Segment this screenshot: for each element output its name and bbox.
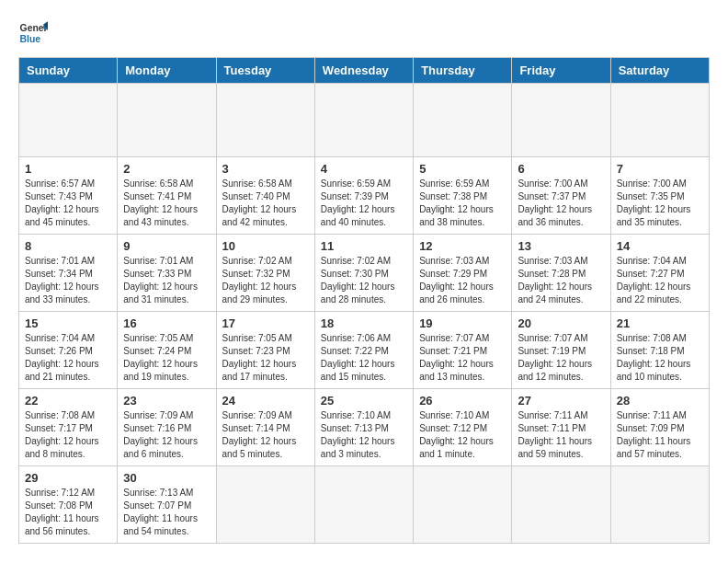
day-number: 2 xyxy=(123,162,210,176)
day-number: 17 xyxy=(222,316,309,330)
calendar-cell: 30Sunrise: 7:13 AMSunset: 7:07 PMDayligh… xyxy=(118,466,216,544)
day-number: 27 xyxy=(518,394,604,408)
day-number: 7 xyxy=(617,162,703,176)
day-info: Sunrise: 7:11 AMSunset: 7:11 PMDaylight:… xyxy=(518,409,604,461)
calendar-week-row: 8Sunrise: 7:01 AMSunset: 7:34 PMDaylight… xyxy=(19,235,710,312)
calendar-cell xyxy=(512,84,610,157)
day-number: 12 xyxy=(419,239,506,253)
calendar-cell xyxy=(610,466,709,544)
calendar-cell xyxy=(314,466,413,544)
day-number: 30 xyxy=(123,471,210,485)
day-number: 6 xyxy=(518,162,604,176)
calendar-cell: 2Sunrise: 6:58 AMSunset: 7:41 PMDaylight… xyxy=(118,157,216,235)
calendar-cell: 29Sunrise: 7:12 AMSunset: 7:08 PMDayligh… xyxy=(19,466,118,544)
day-number: 9 xyxy=(123,239,210,253)
header-monday: Monday xyxy=(118,58,216,84)
calendar-cell: 1Sunrise: 6:57 AMSunset: 7:43 PMDaylight… xyxy=(19,157,118,235)
day-number: 21 xyxy=(617,316,703,330)
calendar-cell: 26Sunrise: 7:10 AMSunset: 7:12 PMDayligh… xyxy=(414,389,512,466)
header-tuesday: Tuesday xyxy=(216,58,314,84)
day-info: Sunrise: 7:02 AMSunset: 7:30 PMDaylight:… xyxy=(321,255,407,306)
day-info: Sunrise: 6:58 AMSunset: 7:40 PMDaylight:… xyxy=(222,178,309,229)
day-number: 14 xyxy=(617,239,703,253)
header-wednesday: Wednesday xyxy=(314,58,413,84)
calendar-cell xyxy=(512,466,610,544)
header-sunday: Sunday xyxy=(19,58,118,84)
calendar-cell: 5Sunrise: 6:59 AMSunset: 7:38 PMDaylight… xyxy=(414,157,512,235)
calendar-cell: 7Sunrise: 7:00 AMSunset: 7:35 PMDaylight… xyxy=(610,157,709,235)
logo: General Blue xyxy=(18,18,48,48)
day-info: Sunrise: 7:13 AMSunset: 7:07 PMDaylight:… xyxy=(123,487,210,538)
day-number: 11 xyxy=(321,239,407,253)
day-info: Sunrise: 7:07 AMSunset: 7:19 PMDaylight:… xyxy=(518,332,604,384)
calendar-cell xyxy=(118,84,216,157)
day-number: 22 xyxy=(25,394,111,408)
day-number: 23 xyxy=(123,394,210,408)
day-info: Sunrise: 6:59 AMSunset: 7:38 PMDaylight:… xyxy=(419,178,506,229)
calendar-cell: 11Sunrise: 7:02 AMSunset: 7:30 PMDayligh… xyxy=(314,235,413,312)
day-info: Sunrise: 7:05 AMSunset: 7:24 PMDaylight:… xyxy=(123,332,210,384)
day-number: 25 xyxy=(321,394,407,408)
day-number: 13 xyxy=(518,239,604,253)
page-header: General Blue xyxy=(18,18,710,48)
day-number: 28 xyxy=(617,394,703,408)
calendar-week-row: 29Sunrise: 7:12 AMSunset: 7:08 PMDayligh… xyxy=(19,466,710,544)
calendar-cell: 24Sunrise: 7:09 AMSunset: 7:14 PMDayligh… xyxy=(216,389,314,466)
day-info: Sunrise: 7:03 AMSunset: 7:29 PMDaylight:… xyxy=(419,255,506,306)
day-info: Sunrise: 7:03 AMSunset: 7:28 PMDaylight:… xyxy=(518,255,604,306)
day-info: Sunrise: 7:02 AMSunset: 7:32 PMDaylight:… xyxy=(222,255,309,306)
day-info: Sunrise: 7:00 AMSunset: 7:35 PMDaylight:… xyxy=(617,178,703,229)
calendar-cell: 17Sunrise: 7:05 AMSunset: 7:23 PMDayligh… xyxy=(216,312,314,389)
day-info: Sunrise: 7:01 AMSunset: 7:33 PMDaylight:… xyxy=(123,255,210,306)
calendar-cell: 12Sunrise: 7:03 AMSunset: 7:29 PMDayligh… xyxy=(414,235,512,312)
calendar-cell xyxy=(216,466,314,544)
calendar-cell xyxy=(314,84,413,157)
header-thursday: Thursday xyxy=(414,58,512,84)
calendar-cell: 10Sunrise: 7:02 AMSunset: 7:32 PMDayligh… xyxy=(216,235,314,312)
day-info: Sunrise: 6:59 AMSunset: 7:39 PMDaylight:… xyxy=(321,178,407,229)
calendar-week-row: 1Sunrise: 6:57 AMSunset: 7:43 PMDaylight… xyxy=(19,157,710,235)
header-saturday: Saturday xyxy=(610,58,709,84)
day-number: 16 xyxy=(123,316,210,330)
day-info: Sunrise: 7:06 AMSunset: 7:22 PMDaylight:… xyxy=(321,332,407,384)
day-number: 26 xyxy=(419,394,506,408)
day-info: Sunrise: 7:01 AMSunset: 7:34 PMDaylight:… xyxy=(25,255,111,306)
day-info: Sunrise: 7:00 AMSunset: 7:37 PMDaylight:… xyxy=(518,178,604,229)
calendar-table: SundayMondayTuesdayWednesdayThursdayFrid… xyxy=(18,57,710,544)
day-info: Sunrise: 7:10 AMSunset: 7:12 PMDaylight:… xyxy=(419,409,506,461)
day-number: 5 xyxy=(419,162,506,176)
day-info: Sunrise: 6:58 AMSunset: 7:41 PMDaylight:… xyxy=(123,178,210,229)
logo-icon: General Blue xyxy=(18,18,48,48)
calendar-cell xyxy=(414,466,512,544)
calendar-cell: 4Sunrise: 6:59 AMSunset: 7:39 PMDaylight… xyxy=(314,157,413,235)
day-info: Sunrise: 7:09 AMSunset: 7:14 PMDaylight:… xyxy=(222,409,309,461)
calendar-cell: 15Sunrise: 7:04 AMSunset: 7:26 PMDayligh… xyxy=(19,312,118,389)
day-number: 10 xyxy=(222,239,309,253)
day-number: 24 xyxy=(222,394,309,408)
calendar-cell: 8Sunrise: 7:01 AMSunset: 7:34 PMDaylight… xyxy=(19,235,118,312)
calendar-cell: 25Sunrise: 7:10 AMSunset: 7:13 PMDayligh… xyxy=(314,389,413,466)
day-info: Sunrise: 6:57 AMSunset: 7:43 PMDaylight:… xyxy=(25,178,111,229)
day-info: Sunrise: 7:09 AMSunset: 7:16 PMDaylight:… xyxy=(123,409,210,461)
day-number: 29 xyxy=(25,471,111,485)
day-number: 3 xyxy=(222,162,309,176)
calendar-cell: 22Sunrise: 7:08 AMSunset: 7:17 PMDayligh… xyxy=(19,389,118,466)
calendar-header-row: SundayMondayTuesdayWednesdayThursdayFrid… xyxy=(19,58,710,84)
day-info: Sunrise: 7:11 AMSunset: 7:09 PMDaylight:… xyxy=(617,409,703,461)
day-info: Sunrise: 7:12 AMSunset: 7:08 PMDaylight:… xyxy=(25,487,111,538)
calendar-cell: 27Sunrise: 7:11 AMSunset: 7:11 PMDayligh… xyxy=(512,389,610,466)
calendar-cell: 23Sunrise: 7:09 AMSunset: 7:16 PMDayligh… xyxy=(118,389,216,466)
calendar-cell: 18Sunrise: 7:06 AMSunset: 7:22 PMDayligh… xyxy=(314,312,413,389)
day-number: 1 xyxy=(25,162,111,176)
day-number: 18 xyxy=(321,316,407,330)
day-number: 20 xyxy=(518,316,604,330)
calendar-cell: 6Sunrise: 7:00 AMSunset: 7:37 PMDaylight… xyxy=(512,157,610,235)
calendar-cell: 16Sunrise: 7:05 AMSunset: 7:24 PMDayligh… xyxy=(118,312,216,389)
day-number: 19 xyxy=(419,316,506,330)
day-info: Sunrise: 7:05 AMSunset: 7:23 PMDaylight:… xyxy=(222,332,309,384)
calendar-cell xyxy=(216,84,314,157)
calendar-cell: 13Sunrise: 7:03 AMSunset: 7:28 PMDayligh… xyxy=(512,235,610,312)
day-info: Sunrise: 7:08 AMSunset: 7:17 PMDaylight:… xyxy=(25,409,111,461)
calendar-cell: 14Sunrise: 7:04 AMSunset: 7:27 PMDayligh… xyxy=(610,235,709,312)
day-info: Sunrise: 7:10 AMSunset: 7:13 PMDaylight:… xyxy=(321,409,407,461)
